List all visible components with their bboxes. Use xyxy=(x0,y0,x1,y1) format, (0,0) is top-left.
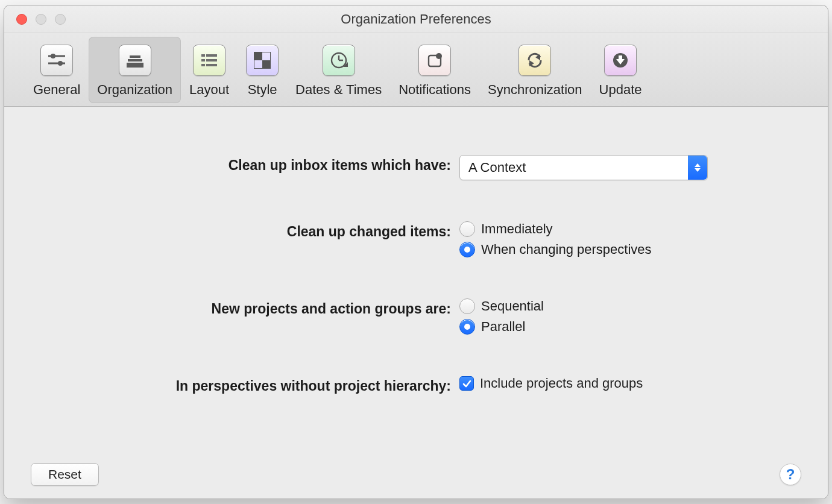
preferences-toolbar: General Organization Layout xyxy=(4,33,828,107)
radio-label: Parallel xyxy=(481,319,525,335)
window-title: Organization Preferences xyxy=(4,11,828,27)
row-cleanup-changed: Clean up changed items: Immediately When… xyxy=(4,221,828,257)
window-titlebar: Organization Preferences xyxy=(4,5,828,33)
download-icon xyxy=(604,45,637,76)
radio-immediately[interactable]: Immediately xyxy=(459,221,652,237)
checkbox-icon xyxy=(459,376,474,391)
reset-button[interactable]: Reset xyxy=(31,463,99,486)
sliders-icon xyxy=(40,45,73,76)
tab-label: Dates & Times xyxy=(295,82,382,98)
svg-rect-10 xyxy=(206,59,217,61)
svg-rect-4 xyxy=(127,63,143,68)
checkbox-label: Include projects and groups xyxy=(480,376,643,391)
cleanup-inbox-value: A Context xyxy=(468,160,526,175)
tab-style[interactable]: Style xyxy=(238,37,287,103)
checker-icon xyxy=(246,45,279,76)
radio-icon xyxy=(459,298,475,314)
sync-icon xyxy=(518,45,551,76)
label-cleanup-inbox: Clean up inbox items which have: xyxy=(4,155,459,174)
svg-point-3 xyxy=(58,61,63,66)
clock-icon xyxy=(323,45,355,76)
svg-rect-14 xyxy=(254,52,262,60)
inbox-icon xyxy=(119,45,151,76)
zoom-window-button[interactable] xyxy=(55,14,66,25)
help-icon: ? xyxy=(786,466,795,483)
tab-label: Organization xyxy=(97,82,172,98)
list-icon xyxy=(193,45,225,76)
preferences-content: Clean up inbox items which have: A Conte… xyxy=(4,107,828,499)
tab-label: General xyxy=(33,82,80,98)
row-perspectives: In perspectives without project hierarch… xyxy=(4,376,828,394)
svg-rect-6 xyxy=(130,55,140,58)
label-cleanup-changed: Clean up changed items: xyxy=(4,221,459,240)
minimize-window-button[interactable] xyxy=(36,14,46,25)
tab-label: Update xyxy=(599,82,642,98)
radio-icon xyxy=(459,221,475,237)
tab-notifications[interactable]: Notifications xyxy=(390,37,479,103)
svg-rect-15 xyxy=(262,60,271,69)
radio-label: Immediately xyxy=(481,221,553,237)
traffic-lights xyxy=(16,14,66,25)
svg-rect-9 xyxy=(201,59,205,61)
radio-label: Sequential xyxy=(481,298,544,314)
reset-button-label: Reset xyxy=(48,467,81,482)
stepper-arrows-icon xyxy=(688,156,707,180)
checkbox-include-projects-groups[interactable]: Include projects and groups xyxy=(459,376,643,391)
radio-sequential[interactable]: Sequential xyxy=(459,298,544,314)
label-new-projects: New projects and action groups are: xyxy=(4,298,459,317)
radio-parallel[interactable]: Parallel xyxy=(459,319,544,335)
svg-rect-11 xyxy=(201,64,205,66)
tab-label: Notifications xyxy=(399,82,471,98)
svg-rect-8 xyxy=(206,54,217,57)
radio-label: When changing perspectives xyxy=(481,242,652,257)
preferences-window: Organization Preferences General xyxy=(4,5,828,499)
help-button[interactable]: ? xyxy=(780,464,801,485)
tab-organization[interactable]: Organization xyxy=(89,37,181,103)
tab-dates-times[interactable]: Dates & Times xyxy=(287,37,390,103)
row-cleanup-inbox: Clean up inbox items which have: A Conte… xyxy=(4,155,828,180)
svg-rect-5 xyxy=(128,59,142,61)
radio-icon xyxy=(459,319,475,335)
label-perspectives: In perspectives without project hierarch… xyxy=(4,376,459,394)
tab-label: Synchronization xyxy=(488,82,582,98)
footer: Reset ? xyxy=(4,450,828,499)
tab-update[interactable]: Update xyxy=(591,37,651,103)
row-new-projects: New projects and action groups are: Sequ… xyxy=(4,298,828,335)
svg-rect-12 xyxy=(206,64,217,66)
cleanup-inbox-popup[interactable]: A Context xyxy=(459,155,708,180)
radio-when-changing-perspectives[interactable]: When changing perspectives xyxy=(459,242,652,257)
tab-general[interactable]: General xyxy=(25,37,89,103)
svg-rect-7 xyxy=(201,54,205,57)
tab-layout[interactable]: Layout xyxy=(181,37,238,103)
tab-label: Style xyxy=(248,82,277,98)
close-window-button[interactable] xyxy=(16,14,27,25)
radio-icon xyxy=(459,242,475,257)
svg-point-1 xyxy=(51,54,55,58)
svg-point-21 xyxy=(436,53,442,59)
notification-icon xyxy=(418,45,451,76)
tab-label: Layout xyxy=(189,82,229,98)
tab-synchronization[interactable]: Synchronization xyxy=(479,37,591,103)
